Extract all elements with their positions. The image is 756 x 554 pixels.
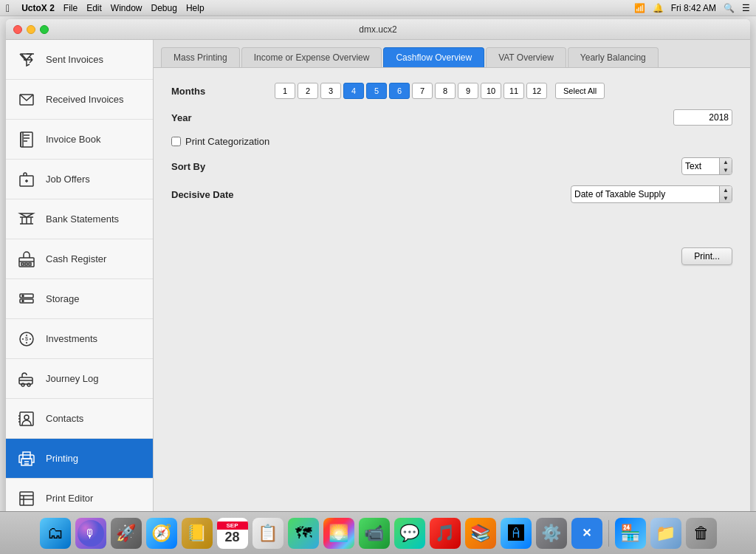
year-input[interactable] [673,109,732,126]
dock-music[interactable]: 🎵 [430,518,461,549]
months-row: Months 1 2 3 4 5 6 7 8 9 10 11 12 [171,83,732,99]
menu-help[interactable]: Help [186,3,205,13]
dock-notes[interactable]: 📒 [182,518,213,549]
sort-by-dropdown[interactable]: Text Date Amount [682,158,719,174]
sidebar-item-storage[interactable]: Storage [6,279,153,319]
svg-point-23 [22,295,24,296]
dock-appstore[interactable]: 🅰 [501,518,532,549]
dock-launchpad[interactable]: 🚀 [111,518,142,549]
traffic-lights [13,25,49,34]
svg-rect-18 [21,263,24,265]
tab-yearly[interactable]: Yearly Balancing [568,47,659,67]
search-icon[interactable]: 🔍 [724,3,735,13]
sidebar-item-journey-log[interactable]: Journey Log [6,359,153,399]
sidebar-item-printing[interactable]: Printing [6,439,153,479]
dock-calendar[interactable]: SEP 28 [217,518,248,549]
contacts-label: Contacts [46,413,83,424]
dock-siri[interactable]: 🎙 [75,518,106,549]
decisive-date-up-arrow[interactable]: ▲ [720,186,732,194]
month-1[interactable]: 1 [275,83,295,99]
print-button[interactable]: Print... [681,247,732,265]
sidebar-item-job-offers[interactable]: Job Offers [6,160,153,199]
dock-facetime[interactable]: 📹 [359,518,390,549]
sidebar-item-bank-statements[interactable]: Bank Statements [6,199,153,239]
tab-cashflow[interactable]: Cashflow Overview [383,47,484,67]
dock-reminders[interactable]: 📋 [252,518,284,549]
svg-text:$: $ [25,336,28,341]
select-all-button[interactable]: Select All [555,83,605,99]
month-10[interactable]: 10 [481,83,501,99]
minimize-button[interactable] [27,25,35,34]
sidebar-item-contacts[interactable]: Contacts [6,399,153,439]
tab-vat[interactable]: VAT Overview [486,47,566,67]
svg-text:🎙: 🎙 [84,527,96,540]
month-12[interactable]: 12 [526,83,547,99]
print-categorization-checkbox[interactable] [171,137,181,146]
dock-safari[interactable]: 🧭 [146,518,177,549]
sidebar-item-invoice-book[interactable]: Invoice Book [6,120,153,160]
menu-debug[interactable]: Debug [151,3,177,13]
menu-file[interactable]: File [63,3,78,13]
month-3[interactable]: 3 [320,83,341,99]
received-invoices-icon [16,89,37,110]
month-7[interactable]: 7 [412,83,433,99]
svg-rect-20 [29,263,31,265]
month-6[interactable]: 6 [389,83,410,99]
menu-edit[interactable]: Edit [86,3,102,13]
month-2[interactable]: 2 [298,83,318,99]
decisive-date-row: Decisive Date Date of Taxable Supply Inv… [171,185,732,203]
decisive-date-down-arrow[interactable]: ▼ [720,194,732,202]
contacts-icon [16,408,37,429]
month-9[interactable]: 9 [458,83,478,99]
decisive-date-dropdown[interactable]: Date of Taxable Supply Invoice Date Paym… [571,186,719,202]
sidebar-item-sent-invoices[interactable]: Sent Invoices [6,40,153,80]
dock-ucto[interactable]: ✕ [571,518,602,549]
menu-window[interactable]: Window [111,3,142,13]
main-content: Mass Printing Income or Expense Overview… [154,40,750,527]
sidebar: Sent Invoices Received Invoices [6,40,154,527]
month-4[interactable]: 4 [343,83,364,99]
wifi-icon: 📶 [634,3,645,13]
sort-by-down-arrow[interactable]: ▼ [720,166,732,174]
dock-messages[interactable]: 💬 [394,518,425,549]
menu-icon[interactable]: ☰ [742,3,750,13]
sort-by-label: Sort By [171,161,275,172]
menubar:  UctoX 2 File Edit Window Debug Help 📶 … [0,0,756,16]
dock-trash[interactable]: 🗑 [686,518,717,549]
dock-finder[interactable]: 🗂 [40,518,71,549]
sort-by-up-arrow[interactable]: ▲ [720,158,732,166]
dock-sysprefs[interactable]: ⚙️ [536,518,567,549]
tab-income-expense[interactable]: Income or Expense Overview [241,47,382,67]
dock-photos[interactable]: 🌅 [323,518,354,549]
cash-register-icon [16,249,37,270]
printing-icon [16,448,37,469]
job-offers-icon [16,169,37,190]
sidebar-item-received-invoices[interactable]: Received Invoices [6,80,153,120]
storage-label: Storage [46,293,80,304]
printing-label: Printing [46,453,78,464]
sort-by-arrows: ▲ ▼ [719,158,732,174]
sidebar-item-cash-register[interactable]: Cash Register [6,239,153,279]
tab-mass-printing[interactable]: Mass Printing [161,47,240,67]
month-5[interactable]: 5 [366,83,387,99]
fullscreen-button[interactable] [40,25,49,34]
close-button[interactable] [13,25,22,34]
svg-point-24 [22,300,24,301]
apple-menu[interactable]:  [6,2,10,14]
print-editor-icon [16,488,37,509]
main-window: dmx.ucx2 Sent Invoices [6,19,750,527]
decisive-date-dropdown-wrapper: Date of Taxable Supply Invoice Date Paym… [571,185,732,203]
months-container: 1 2 3 4 5 6 7 8 9 10 11 12 Select All [275,83,605,99]
investments-icon: $ [16,329,37,349]
dock-folder[interactable]: 📁 [650,518,681,549]
received-invoices-label: Received Invoices [46,94,124,105]
sent-invoices-label: Sent Invoices [46,54,103,65]
dock-ibooks[interactable]: 📚 [465,518,496,549]
sidebar-item-investments[interactable]: $ Investments [6,319,153,359]
month-8[interactable]: 8 [435,83,456,99]
sort-by-row: Sort By Text Date Amount ▲ ▼ [171,157,732,175]
dock-maps[interactable]: 🗺 [288,518,319,549]
dock-appstore2[interactable]: 🏪 [615,518,646,549]
menu-uctox[interactable]: UctoX 2 [21,3,55,13]
month-11[interactable]: 11 [504,83,524,99]
